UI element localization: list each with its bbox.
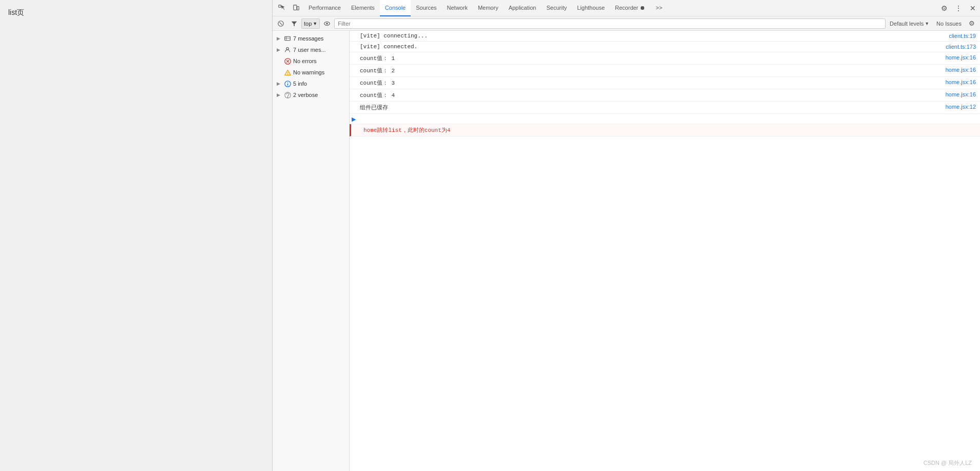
tab-performance[interactable]: Performance	[303, 0, 346, 16]
log-message: count值： 3	[358, 78, 944, 88]
log-message: [vite] connecting...	[358, 32, 947, 40]
log-entry: 组件已缓存 home.jsx:12	[350, 102, 980, 114]
svg-rect-0	[279, 5, 281, 7]
log-source[interactable]: home.jsx:16	[944, 53, 980, 62]
log-entry: count值： 4 home.jsx:16	[350, 89, 980, 102]
svg-line-4	[279, 22, 282, 25]
log-entry: count值： 1 home.jsx:16	[350, 52, 980, 65]
log-chevron	[350, 53, 358, 54]
input-chevron[interactable]: ▶	[350, 115, 358, 123]
watermark: CSDN @ 局外人LZ	[924, 459, 972, 467]
console-toolbar: top ▼ Default levels ▼ No Issues ⚙	[273, 16, 980, 31]
log-chevron	[350, 103, 358, 104]
filter-input[interactable]	[334, 18, 886, 29]
log-entry: count值： 2 home.jsx:16	[350, 65, 980, 77]
sidebar-item-user-messages[interactable]: ▶ 7 user mes...	[273, 44, 349, 55]
messages-icon	[284, 35, 291, 42]
clear-console-icon[interactable]	[275, 17, 287, 30]
device-toolbar-icon[interactable]	[289, 1, 303, 15]
inspect-element-icon[interactable]	[275, 1, 289, 15]
svg-rect-1	[294, 5, 297, 10]
svg-rect-7	[285, 36, 291, 41]
log-message: count值： 2	[358, 66, 944, 75]
log-message: count值： 1	[358, 53, 944, 63]
log-error-entry: home跳转list，此时的count为4	[350, 124, 980, 136]
top-label: top	[304, 21, 312, 27]
error-icon	[284, 58, 291, 65]
tab-more[interactable]: >>	[650, 0, 667, 16]
log-entry: [vite] connected. client.ts:173	[350, 42, 980, 52]
no-errors-label: No errors	[293, 58, 317, 64]
expand-arrow-messages: ▶	[277, 36, 282, 41]
sidebar-item-info[interactable]: ▶ 5 info	[273, 78, 349, 89]
log-chevron	[351, 125, 359, 126]
levels-arrow: ▼	[925, 21, 929, 26]
log-source[interactable]: home.jsx:12	[944, 103, 980, 111]
svg-point-6	[326, 23, 328, 25]
default-levels-button[interactable]: Default levels ▼	[887, 18, 932, 29]
tab-sources[interactable]: Sources	[411, 0, 441, 16]
expand-arrow-verbose: ▶	[277, 92, 282, 97]
log-source[interactable]: client.ts:19	[947, 32, 980, 40]
sidebar-item-verbose[interactable]: ▶ 2 verbose	[273, 89, 349, 101]
svg-point-16	[287, 74, 287, 74]
tab-security[interactable]: Security	[541, 0, 572, 16]
log-chevron	[350, 90, 358, 91]
log-input-message	[358, 115, 980, 117]
verbose-icon	[284, 92, 291, 99]
log-message: 组件已缓存	[358, 103, 944, 112]
tab-console[interactable]: Console	[380, 0, 411, 16]
live-expressions-icon[interactable]	[321, 17, 333, 30]
log-chevron	[350, 32, 358, 33]
log-entry: [vite] connecting... client.ts:19	[350, 31, 980, 42]
sidebar-item-no-warnings[interactable]: No warnings	[273, 67, 349, 78]
context-dropdown[interactable]: top ▼	[301, 18, 320, 29]
tab-network[interactable]: Network	[442, 0, 473, 16]
filter-icon[interactable]	[288, 17, 300, 30]
log-message: count值： 4	[358, 90, 944, 100]
log-chevron	[350, 66, 358, 67]
log-chevron	[350, 43, 358, 44]
console-main-area: ▶ 7 messages ▶	[273, 31, 980, 471]
log-source[interactable]: client.ts:173	[944, 43, 980, 51]
expand-arrow-user: ▶	[277, 47, 282, 52]
sidebar-item-messages[interactable]: ▶ 7 messages	[273, 33, 349, 44]
devtools-panel: Performance Elements Console Sources Net…	[272, 0, 980, 471]
log-source[interactable]: home.jsx:16	[944, 66, 980, 74]
svg-rect-2	[297, 6, 299, 10]
sidebar-item-no-errors[interactable]: No errors	[273, 55, 349, 67]
log-message: [vite] connected.	[358, 43, 944, 51]
messages-label: 7 messages	[293, 35, 323, 42]
settings-icon[interactable]: ⚙	[937, 1, 951, 15]
user-messages-label: 7 user mes...	[293, 47, 326, 53]
verbose-label: 2 verbose	[293, 92, 318, 98]
issues-settings-icon[interactable]: ⚙	[966, 17, 978, 30]
no-issues-button[interactable]: No Issues	[933, 18, 965, 29]
warning-icon	[284, 69, 291, 76]
svg-point-10	[286, 48, 289, 50]
more-options-icon[interactable]: ⋮	[951, 1, 966, 15]
log-source[interactable]: home.jsx:16	[944, 90, 980, 99]
tab-memory[interactable]: Memory	[473, 0, 504, 16]
page-title: list页	[8, 8, 24, 17]
console-log-area: [vite] connecting... client.ts:19 [vite]…	[350, 31, 980, 471]
user-messages-icon	[284, 47, 291, 53]
log-source[interactable]: home.jsx:16	[944, 78, 980, 86]
svg-point-21	[287, 96, 287, 97]
no-warnings-label: No warnings	[293, 69, 324, 75]
page-area: list页	[0, 0, 272, 471]
svg-point-19	[287, 82, 287, 83]
info-label: 5 info	[293, 81, 307, 87]
tab-lighthouse[interactable]: Lighthouse	[572, 0, 610, 16]
log-error-message: home跳转list，此时的count为4	[359, 125, 980, 135]
close-devtools-icon[interactable]: ✕	[966, 1, 980, 15]
log-input-entry: ▶	[350, 114, 980, 124]
console-sidebar: ▶ 7 messages ▶	[273, 31, 350, 471]
tab-recorder[interactable]: Recorder ⏺	[610, 0, 650, 16]
dropdown-arrow: ▼	[313, 21, 317, 26]
info-icon	[284, 81, 291, 87]
tab-elements[interactable]: Elements	[346, 0, 380, 16]
devtools-tabs-bar: Performance Elements Console Sources Net…	[273, 0, 980, 16]
expand-arrow-info: ▶	[277, 81, 282, 86]
tab-application[interactable]: Application	[504, 0, 542, 16]
